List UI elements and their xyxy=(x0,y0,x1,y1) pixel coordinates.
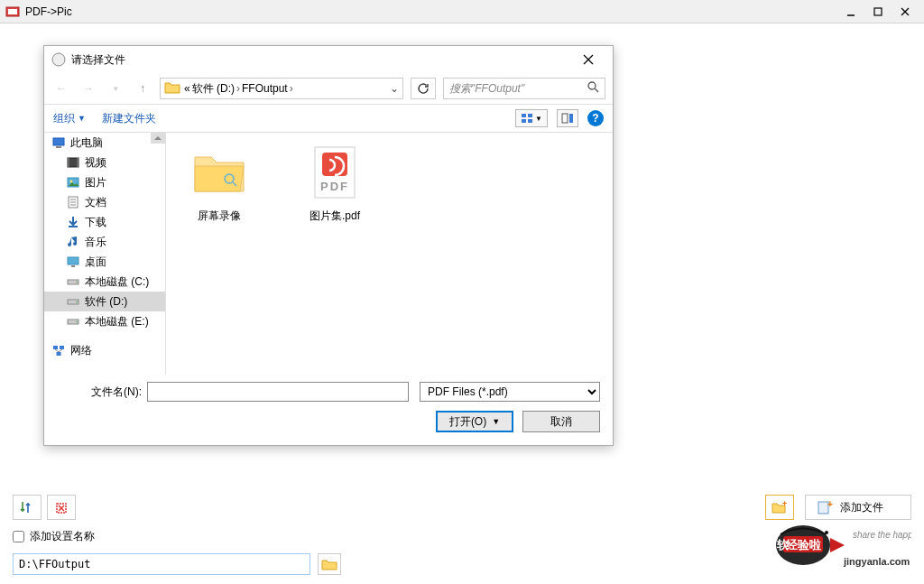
minimize-button[interactable] xyxy=(837,3,864,21)
help-button[interactable]: ? xyxy=(587,110,604,126)
dialog-footer: 文件名(N): PDF Files (*.pdf) 打开(O)▼ 取消 xyxy=(44,375,613,445)
search-input[interactable]: 搜索"FFOutput" xyxy=(443,78,605,99)
svg-rect-34 xyxy=(77,158,79,167)
window-title: PDF->Pic xyxy=(25,5,837,18)
nav-up-button[interactable]: ↑ xyxy=(133,79,152,98)
svg-point-45 xyxy=(76,282,78,283)
svg-line-54 xyxy=(59,349,62,352)
nav-recent-dropdown[interactable]: ▾ xyxy=(106,79,125,98)
breadcrumb-part-0[interactable]: 软件 (D:) xyxy=(192,81,235,97)
sidebar-item-documents[interactable]: 文档 xyxy=(44,192,165,212)
video-icon xyxy=(66,155,80,170)
browse-folder-button[interactable] xyxy=(318,553,341,575)
nav-back-button[interactable]: ← xyxy=(51,79,71,98)
cancel-button[interactable]: 取消 xyxy=(522,411,600,432)
sidebar-item-label: 网络 xyxy=(70,343,92,358)
folder-item[interactable]: 屏幕录像 xyxy=(175,142,263,224)
dialog-icon xyxy=(51,52,66,67)
sidebar-item-label: 本地磁盘 (C:) xyxy=(85,274,149,290)
sidebar-scrollbar-up[interactable] xyxy=(151,133,165,144)
svg-point-19 xyxy=(52,53,65,66)
sidebar-item-drive[interactable]: 本地磁盘 (C:) xyxy=(44,272,165,292)
close-button[interactable] xyxy=(892,3,919,21)
sidebar-item-drive[interactable]: 软件 (D:) xyxy=(44,292,165,311)
svg-rect-29 xyxy=(569,114,573,123)
dropdown-arrow-icon: ▼ xyxy=(492,417,500,426)
view-mode-button[interactable]: ▼ xyxy=(515,109,548,127)
sidebar-item-label: 视频 xyxy=(85,155,106,171)
add-folder-button[interactable]: + xyxy=(765,495,794,520)
filename-input[interactable] xyxy=(147,382,409,402)
sidebar-item-video[interactable]: 视频 xyxy=(44,153,165,172)
open-button[interactable]: 打开(O)▼ xyxy=(436,411,513,432)
refresh-button[interactable] xyxy=(411,78,436,99)
add-settings-checkbox[interactable] xyxy=(13,531,24,542)
svg-text:PDF: PDF xyxy=(320,180,349,193)
music-icon xyxy=(66,235,80,249)
downloads-icon xyxy=(66,215,80,229)
delete-button[interactable] xyxy=(47,495,76,520)
sidebar-item-drive[interactable]: 本地磁盘 (E:) xyxy=(44,311,165,331)
sidebar-item-label: 音乐 xyxy=(85,235,106,250)
dialog-title: 请选择文件 xyxy=(71,52,571,68)
add-file-label: 添加文件 xyxy=(840,500,883,515)
add-file-button[interactable]: + 添加文件 xyxy=(805,495,911,520)
sidebar-item-downloads[interactable]: 下载 xyxy=(44,212,165,232)
file-list-pane[interactable]: 屏幕录像PDF图片集.pdf xyxy=(166,133,613,375)
maximize-button[interactable] xyxy=(864,3,892,21)
filename-label: 文件名(N): xyxy=(57,385,147,400)
add-settings-label: 添加设置名称 xyxy=(30,529,95,544)
new-folder-button[interactable]: 新建文件夹 xyxy=(102,111,156,126)
file-item[interactable]: PDF图片集.pdf xyxy=(291,142,379,224)
network-icon xyxy=(51,343,66,357)
output-path-input[interactable] xyxy=(13,553,310,575)
swap-button[interactable] xyxy=(13,495,42,520)
svg-text:jingyanla.com: jingyanla.com xyxy=(843,556,910,567)
sidebar-item-network[interactable]: 网络 xyxy=(44,340,165,360)
svg-text:share the happy: share the happy xyxy=(853,530,911,540)
folder-icon xyxy=(321,558,337,570)
sidebar-item-label: 软件 (D:) xyxy=(85,294,127,310)
filetype-select[interactable]: PDF Files (*.pdf) xyxy=(420,382,600,402)
nav-forward-button[interactable]: → xyxy=(79,79,98,98)
svg-point-13 xyxy=(825,531,828,534)
preview-icon xyxy=(561,113,574,124)
preview-pane-button[interactable] xyxy=(557,109,578,127)
dialog-nav: ← → ▾ ↑ « 软件 (D:) › FFOutput › ⌄ 搜索"FFOu… xyxy=(44,73,613,104)
app-icon xyxy=(5,5,20,19)
sidebar-item-pc[interactable]: 此电脑 xyxy=(44,133,165,153)
file-name-label: 屏幕录像 xyxy=(198,209,241,224)
svg-rect-25 xyxy=(528,114,532,117)
sidebar-item-label: 图片 xyxy=(85,175,106,190)
svg-line-23 xyxy=(595,88,598,92)
svg-rect-3 xyxy=(874,8,882,15)
sidebar: 此电脑视频图片文档下载音乐桌面本地磁盘 (C:)软件 (D:)本地磁盘 (E:)… xyxy=(44,133,166,375)
breadcrumb-box[interactable]: « 软件 (D:) › FFOutput › ⌄ xyxy=(160,78,403,99)
add-file-icon: + xyxy=(817,500,833,514)
main-titlebar: PDF->Pic xyxy=(0,0,924,23)
sidebar-item-label: 此电脑 xyxy=(70,135,103,151)
svg-point-22 xyxy=(588,82,596,89)
svg-text:+: + xyxy=(827,500,833,509)
svg-line-53 xyxy=(55,349,59,352)
drive-icon xyxy=(66,314,80,329)
sidebar-item-label: 文档 xyxy=(85,195,106,210)
organize-menu[interactable]: 组织 ▼ xyxy=(53,111,86,126)
sidebar-item-desktop[interactable]: 桌面 xyxy=(44,252,165,272)
pc-icon xyxy=(51,135,66,150)
sidebar-item-pictures[interactable]: 图片 xyxy=(44,172,165,192)
sidebar-item-music[interactable]: 音乐 xyxy=(44,232,165,252)
dialog-close-button[interactable] xyxy=(571,47,605,72)
drive-icon xyxy=(66,294,80,309)
chevron-right-icon: › xyxy=(290,82,293,95)
window-controls xyxy=(837,3,919,21)
svg-rect-33 xyxy=(68,158,69,167)
chevron-right-icon: › xyxy=(236,82,240,95)
sidebar-item-label: 本地磁盘 (E:) xyxy=(85,314,149,329)
svg-rect-1 xyxy=(8,9,17,14)
breadcrumb-part-1[interactable]: FFOutput xyxy=(242,82,288,95)
file-name-label: 图片集.pdf xyxy=(310,209,360,224)
breadcrumb-dropdown-icon[interactable]: ⌄ xyxy=(390,82,399,95)
dialog-body: 此电脑视频图片文档下载音乐桌面本地磁盘 (C:)软件 (D:)本地磁盘 (E:)… xyxy=(44,133,613,375)
svg-rect-24 xyxy=(522,114,526,117)
